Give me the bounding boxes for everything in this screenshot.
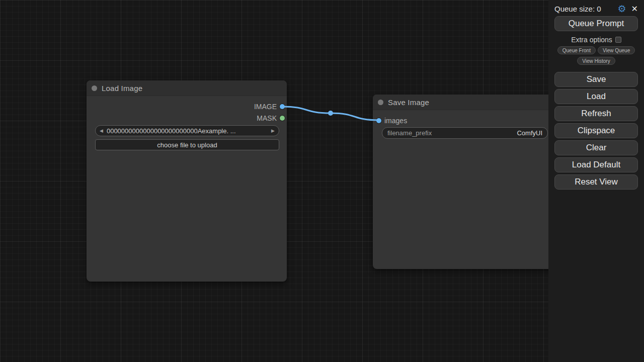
- load-button[interactable]: Load: [554, 89, 638, 104]
- save-button[interactable]: Save: [554, 72, 638, 87]
- menu-actions: Save Load Refresh Clipspace Clear Load D…: [548, 72, 644, 190]
- output-dot-image[interactable]: [280, 104, 285, 109]
- output-slot-mask: MASK: [257, 113, 285, 123]
- clear-button[interactable]: Clear: [554, 140, 638, 155]
- input-label-images: images: [384, 117, 407, 125]
- collapse-dot[interactable]: [92, 85, 97, 91]
- link-image-to-images[interactable]: [282, 107, 379, 120]
- collapse-dot[interactable]: [378, 100, 383, 105]
- queue-front-button[interactable]: Queue Front: [557, 46, 596, 54]
- node-title: Load Image: [102, 84, 142, 93]
- filename-prefix-widget[interactable]: filename_prefix ComfyUI: [382, 127, 548, 139]
- queue-buttons-row: Queue Front View Queue: [548, 46, 644, 54]
- combo-value: 0000000000000000000000000Aexample. ...: [107, 127, 268, 135]
- output-label-image: IMAGE: [254, 103, 277, 111]
- close-icon[interactable]: ✕: [631, 5, 638, 13]
- node-title: Save Image: [388, 98, 429, 107]
- node-save-image[interactable]: Save Image images filename_prefix ComfyU…: [373, 95, 554, 269]
- refresh-button[interactable]: Refresh: [554, 106, 638, 121]
- input-slot-images: images: [376, 116, 407, 126]
- image-combo-widget[interactable]: ◀ 0000000000000000000000000Aexample. ...…: [95, 125, 279, 136]
- input-dot-images[interactable]: [376, 118, 381, 123]
- filename-prefix-value: ComfyUI: [517, 129, 542, 137]
- menu-panel: Queue size: 0 ⚙ ✕ Queue Prompt Extra opt…: [548, 0, 644, 362]
- view-history-button[interactable]: View History: [577, 57, 615, 65]
- combo-left-arrow-icon[interactable]: ◀: [100, 128, 103, 133]
- queue-prompt-button[interactable]: Queue Prompt: [554, 16, 638, 31]
- combo-right-arrow-icon[interactable]: ▶: [271, 128, 275, 133]
- extra-options-checkbox[interactable]: [615, 37, 621, 43]
- output-slot-image: IMAGE: [254, 102, 285, 112]
- output-dot-mask[interactable]: [280, 116, 285, 121]
- clipspace-button[interactable]: Clipspace: [554, 123, 638, 138]
- queue-size-label: Queue size: 0: [554, 5, 613, 13]
- extra-options-row: Extra options: [548, 36, 644, 44]
- node-load-image[interactable]: Load Image IMAGE MASK ◀ 0000000000000000…: [87, 80, 287, 282]
- save-image-title-bar[interactable]: Save Image: [373, 95, 554, 110]
- filename-prefix-label: filename_prefix: [387, 129, 432, 137]
- history-button-row: View History: [548, 57, 644, 65]
- extra-options-label: Extra options: [571, 36, 612, 44]
- load-image-title-bar[interactable]: Load Image: [87, 80, 287, 96]
- choose-file-button[interactable]: choose file to upload: [95, 139, 279, 150]
- node-canvas[interactable]: Load Image IMAGE MASK ◀ 0000000000000000…: [0, 0, 644, 362]
- link-midpoint-dot[interactable]: [328, 111, 333, 116]
- settings-gear-icon[interactable]: ⚙: [618, 4, 626, 14]
- view-queue-button[interactable]: View Queue: [598, 46, 635, 54]
- load-default-button[interactable]: Load Default: [554, 157, 638, 172]
- output-label-mask: MASK: [257, 114, 277, 122]
- menu-header: Queue size: 0 ⚙ ✕: [548, 0, 644, 14]
- reset-view-button[interactable]: Reset View: [554, 174, 638, 190]
